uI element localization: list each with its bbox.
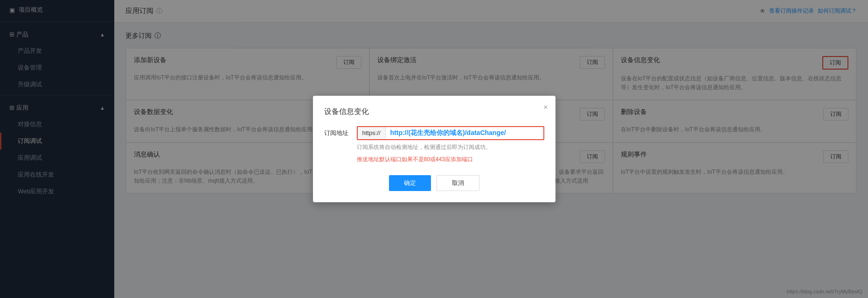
form-hint-1: 订阅系统将自动检测地址，检测通过后即为订阅成功。 (357, 143, 544, 152)
url-form-content: https:// 订阅系统将自动检测地址，检测通过后即为订阅成功。 推送地址默认… (357, 126, 544, 163)
modal-close-button[interactable]: × (543, 103, 548, 112)
modal-title: 设备信息变化 (324, 107, 544, 117)
url-input-wrap: https:// (357, 126, 544, 140)
modal-overlay[interactable]: 设备信息变化 × 订阅地址 https:// 订阅系统将自动检测地址，检测通过后… (0, 0, 868, 298)
form-row-url: 订阅地址 https:// 订阅系统将自动检测地址，检测通过后即为订阅成功。 推… (324, 126, 544, 163)
cancel-button[interactable]: 取消 (437, 175, 479, 191)
url-prefix: https:// (358, 127, 386, 139)
form-hint-link[interactable]: 推送地址默认端口如果不是80或443应添加端口 (357, 156, 473, 163)
modal: 设备信息变化 × 订阅地址 https:// 订阅系统将自动检测地址，检测通过后… (313, 96, 556, 202)
form-hint-2: 推送地址默认端口如果不是80或443应添加端口 (357, 155, 544, 164)
url-form-label: 订阅地址 (324, 126, 357, 137)
confirm-button[interactable]: 确定 (389, 175, 431, 191)
modal-footer: 确定 取消 (324, 175, 544, 191)
url-input[interactable] (386, 127, 543, 139)
